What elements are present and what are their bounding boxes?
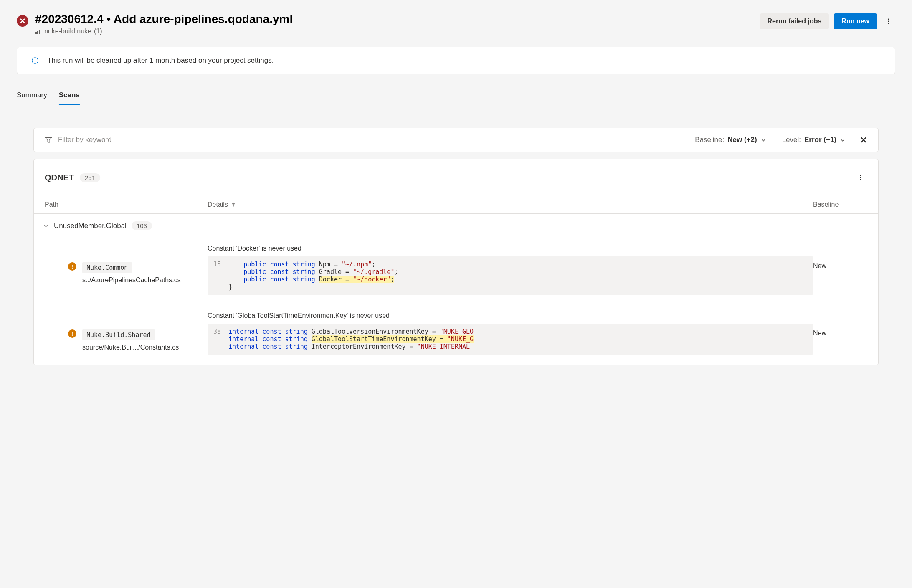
repo-name[interactable]: nuke-build.nuke — [44, 28, 91, 35]
linter-name: QDNET — [45, 173, 74, 182]
group-name: UnusedMember.Global — [54, 222, 127, 230]
chevron-down-icon — [760, 137, 766, 143]
chevron-down-icon — [43, 223, 49, 229]
issue-details-cell: Constant 'Docker' is never used15 public… — [208, 245, 813, 295]
column-baseline[interactable]: Baseline — [813, 201, 867, 208]
issue-path-cell: Nuke.Commons../AzurePipelinesCachePaths.… — [45, 245, 208, 295]
namespace-tag: Nuke.Build.Shared — [82, 329, 155, 340]
more-actions-button[interactable] — [882, 15, 895, 28]
repo-count: (1) — [94, 28, 102, 35]
svg-rect-3 — [41, 28, 41, 34]
clear-filters-button[interactable] — [860, 136, 867, 144]
svg-point-6 — [888, 23, 889, 24]
filter-icon — [45, 136, 52, 144]
namespace-tag: Nuke.Common — [82, 262, 132, 273]
svg-rect-0 — [35, 32, 37, 34]
level-filter-dropdown[interactable]: Level: Error (+1) — [777, 136, 851, 144]
warning-icon — [68, 329, 76, 338]
panel-header: QDNET 251 — [34, 159, 878, 196]
file-path: source/Nuke.Buil.../Constants.cs — [82, 344, 208, 351]
tab-bar: Summary Scans — [17, 91, 895, 104]
baseline-filter-value: New (+2) — [727, 136, 757, 144]
svg-rect-2 — [39, 30, 40, 34]
repo-breadcrumb: nuke-build.nuke (1) — [35, 28, 753, 35]
issue-message: Constant 'GlobalToolStartTimeEnvironment… — [208, 312, 813, 319]
issue-message: Constant 'Docker' is never used — [208, 245, 813, 252]
status-failed-icon — [17, 15, 28, 27]
filter-keyword-input[interactable] — [58, 136, 684, 144]
page-title: #20230612.4 • Add azure-pipelines.qodana… — [35, 13, 753, 26]
rerun-failed-button[interactable]: Rerun failed jobs — [760, 13, 829, 29]
sort-ascending-icon — [231, 202, 236, 208]
issue-details-cell: Constant 'GlobalToolStartTimeEnvironment… — [208, 312, 813, 355]
code-snippet: 15 public const string Npm = "~/.npm"; p… — [208, 256, 813, 295]
cleanup-banner: This run will be cleaned up after 1 mont… — [17, 47, 895, 74]
level-filter-value: Error (+1) — [804, 136, 836, 144]
repo-icon — [35, 28, 42, 35]
column-details[interactable]: Details — [208, 201, 813, 208]
column-path[interactable]: Path — [45, 201, 208, 208]
tab-scans[interactable]: Scans — [59, 91, 80, 104]
svg-point-12 — [860, 179, 861, 180]
svg-point-10 — [860, 175, 861, 176]
results-panel: QDNET 251 Path Details Baseline UnusedMe… — [33, 159, 879, 365]
info-icon — [31, 57, 39, 64]
svg-point-4 — [888, 19, 889, 20]
total-count-badge: 251 — [80, 173, 100, 182]
svg-rect-1 — [37, 31, 38, 34]
chevron-down-icon — [840, 137, 846, 143]
baseline-filter-dropdown[interactable]: Baseline: New (+2) — [690, 136, 771, 144]
baseline-filter-label: Baseline: — [695, 136, 724, 144]
svg-point-9 — [35, 59, 35, 59]
inspection-group-row[interactable]: UnusedMember.Global 106 — [34, 214, 878, 238]
line-number: 15 — [213, 261, 221, 291]
page-header: #20230612.4 • Add azure-pipelines.qodana… — [17, 13, 895, 35]
level-filter-label: Level: — [782, 136, 801, 144]
code-snippet: 38internal const string GlobalToolVersio… — [208, 324, 813, 355]
warning-icon — [68, 262, 76, 271]
run-new-button[interactable]: Run new — [834, 13, 877, 29]
panel-more-button[interactable] — [854, 171, 867, 184]
issue-baseline-cell: New — [813, 245, 867, 295]
tab-summary[interactable]: Summary — [17, 91, 47, 104]
file-path: s../AzurePipelinesCachePaths.cs — [82, 276, 208, 284]
filter-bar: Baseline: New (+2) Level: Error (+1) — [33, 128, 879, 152]
table-header: Path Details Baseline — [34, 196, 878, 214]
issue-row[interactable]: Nuke.Commons../AzurePipelinesCachePaths.… — [34, 238, 878, 305]
banner-text: This run will be cleaned up after 1 mont… — [47, 56, 274, 65]
issue-baseline-cell: New — [813, 312, 867, 355]
svg-point-5 — [888, 21, 889, 22]
svg-point-11 — [860, 177, 861, 178]
issue-row[interactable]: Nuke.Build.Sharedsource/Nuke.Buil.../Con… — [34, 305, 878, 365]
line-number: 38 — [213, 328, 221, 350]
group-count-badge: 106 — [132, 221, 152, 230]
issue-path-cell: Nuke.Build.Sharedsource/Nuke.Buil.../Con… — [45, 312, 208, 355]
